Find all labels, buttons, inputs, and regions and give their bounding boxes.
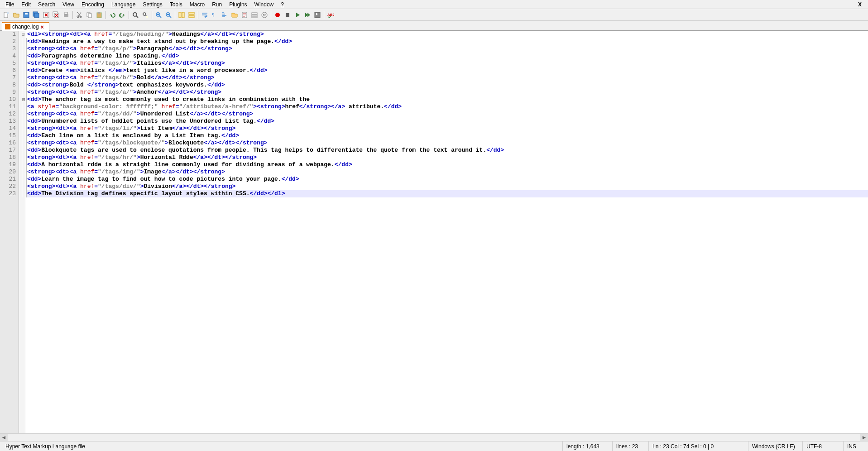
menu-help[interactable]: ? — [277, 0, 288, 9]
fold-marker[interactable]: ⊟ — [22, 31, 25, 38]
scroll-left-icon[interactable]: ◄ — [0, 434, 8, 441]
code-line[interactable]: <dd>Learn the image tag to find out how … — [26, 176, 868, 183]
fold-marker[interactable] — [22, 89, 25, 96]
zoom-out-icon[interactable] — [164, 10, 173, 19]
save-all-icon[interactable] — [32, 10, 41, 19]
new-file-icon[interactable] — [2, 10, 11, 19]
fold-marker[interactable] — [22, 183, 25, 190]
code-line[interactable]: <strong><dt><a href="/tags/p/">Paragraph… — [26, 45, 868, 53]
editor[interactable]: 1234567891011121314151617181920212223 ⊟⊟… — [0, 31, 868, 433]
menu-file[interactable]: File — [2, 0, 18, 9]
window-close-button[interactable]: X — [854, 0, 866, 9]
open-file-icon[interactable] — [12, 10, 21, 19]
code-line[interactable]: <dd>The Division tag defines specific la… — [26, 190, 868, 197]
copy-icon[interactable] — [85, 10, 94, 19]
fold-marker[interactable] — [22, 168, 25, 176]
menu-search[interactable]: Search — [34, 0, 59, 9]
fold-marker[interactable] — [22, 74, 25, 82]
code-line[interactable]: <dd>Unnumbered lists of bddlet points us… — [26, 118, 868, 125]
undo-icon[interactable] — [108, 10, 117, 19]
fold-marker[interactable] — [22, 45, 25, 53]
code-line[interactable]: <strong><dt><a href="/tags/img/">Image</… — [26, 168, 868, 176]
save-macro-icon[interactable] — [313, 10, 322, 19]
menu-run[interactable]: Run — [208, 0, 225, 9]
code-line[interactable]: <strong><dt><a href="/tags/li/">List Ite… — [26, 125, 868, 132]
code-line[interactable]: <a style="background-color: #ffffff;" hr… — [26, 103, 868, 110]
play-macro-icon[interactable] — [293, 10, 302, 19]
redo-icon[interactable] — [118, 10, 127, 19]
save-file-icon[interactable] — [22, 10, 31, 19]
fold-marker[interactable] — [22, 67, 25, 74]
horizontal-scrollbar[interactable]: ◄ ► — [0, 433, 868, 441]
code-line[interactable]: <strong><dt><a href="/tags/blockquote/">… — [26, 139, 868, 147]
menu-macro[interactable]: Macro — [186, 0, 208, 9]
menu-window[interactable]: Window — [251, 0, 278, 9]
fold-marker[interactable] — [22, 176, 25, 183]
code-line[interactable]: <dd>The anchor tag is most commonly used… — [26, 96, 868, 103]
code-line[interactable]: <dd>Paragraphs determine line spacing.</… — [26, 53, 868, 60]
menu-tools[interactable]: Tools — [166, 0, 186, 9]
fold-marker[interactable] — [22, 154, 25, 161]
fold-marker[interactable] — [22, 125, 25, 132]
tab-change-log[interactable]: change.log × — [2, 22, 49, 31]
menu-language[interactable]: Language — [108, 0, 139, 9]
code-area[interactable]: <dl><strong><dt><a href="/tags/heading/"… — [25, 31, 868, 433]
fold-marker[interactable] — [22, 147, 25, 154]
code-line[interactable]: <strong><dt><a href="/tags/i/">Italics</… — [26, 60, 868, 67]
menu-settings[interactable]: Settings — [139, 0, 166, 9]
menu-edit[interactable]: Edit — [18, 0, 34, 9]
menu-encoding[interactable]: Encoding — [78, 0, 108, 9]
fold-marker[interactable] — [22, 82, 25, 89]
fold-marker[interactable] — [22, 190, 25, 197]
sync-v-icon[interactable] — [177, 10, 186, 19]
fold-marker[interactable] — [22, 118, 25, 125]
fold-marker[interactable] — [22, 38, 25, 45]
fold-marker[interactable]: ⊟ — [22, 96, 25, 103]
close-file-icon[interactable] — [42, 10, 51, 19]
close-all-icon[interactable] — [52, 10, 61, 19]
paste-icon[interactable] — [95, 10, 104, 19]
code-line[interactable]: <strong><dt><a href="/tags/dd/">Unordere… — [26, 110, 868, 118]
print-icon[interactable] — [62, 10, 71, 19]
code-line[interactable]: <strong><dt><a href="/tags/a/">Anchor</a… — [26, 89, 868, 96]
code-line[interactable]: <dd>Headings are a way to make text stan… — [26, 38, 868, 45]
doc-map-icon[interactable] — [240, 10, 249, 19]
spellcheck-icon[interactable]: ABC — [326, 10, 335, 19]
doc-list-icon[interactable] — [250, 10, 259, 19]
scroll-track[interactable] — [8, 434, 860, 441]
play-multi-icon[interactable] — [303, 10, 312, 19]
code-line[interactable]: <strong><dt><a href="/tags/b/">Bold</a><… — [26, 74, 868, 82]
fold-marker[interactable] — [22, 139, 25, 147]
code-line[interactable]: <dd><strong>Bold </strong>text emphasize… — [26, 82, 868, 89]
func-list-icon[interactable]: fx — [260, 10, 269, 19]
menu-view[interactable]: View — [59, 0, 78, 9]
code-line[interactable]: <dd>Create <em>italics </em>text just li… — [26, 67, 868, 74]
stop-macro-icon[interactable] — [283, 10, 292, 19]
cut-icon[interactable] — [75, 10, 84, 19]
fold-marker[interactable] — [22, 132, 25, 139]
fold-column[interactable]: ⊟⊟ — [19, 31, 25, 433]
folder-icon[interactable] — [230, 10, 239, 19]
find-icon[interactable] — [131, 10, 140, 19]
fold-marker[interactable] — [22, 60, 25, 67]
code-line[interactable]: <strong><dt><a href="/tags/hr/">Horizont… — [26, 154, 868, 161]
scroll-right-icon[interactable]: ► — [860, 434, 868, 441]
indent-guide-icon[interactable] — [220, 10, 229, 19]
sync-h-icon[interactable] — [187, 10, 196, 19]
fold-marker[interactable] — [22, 53, 25, 60]
tab-close-icon[interactable]: × — [41, 24, 46, 29]
word-wrap-icon[interactable] — [200, 10, 209, 19]
fold-marker[interactable] — [22, 161, 25, 168]
replace-icon[interactable] — [141, 10, 150, 19]
code-line[interactable]: <strong><dt><a href="/tags/div/">Divisio… — [26, 183, 868, 190]
record-macro-icon[interactable] — [273, 10, 282, 19]
code-line[interactable]: <dd>A horizontal rdde is a straight line… — [26, 161, 868, 168]
code-line[interactable]: <dd>Each line on a list is enclosed by a… — [26, 132, 868, 139]
code-line[interactable]: <dd>Blockquote tags are used to enclose … — [26, 147, 868, 154]
code-line[interactable]: <dl><strong><dt><a href="/tags/heading/"… — [26, 31, 868, 38]
fold-marker[interactable] — [22, 103, 25, 110]
fold-marker[interactable] — [22, 110, 25, 118]
menu-plugins[interactable]: Plugins — [225, 0, 250, 9]
zoom-in-icon[interactable] — [154, 10, 163, 19]
show-all-icon[interactable]: ¶ — [210, 10, 219, 19]
